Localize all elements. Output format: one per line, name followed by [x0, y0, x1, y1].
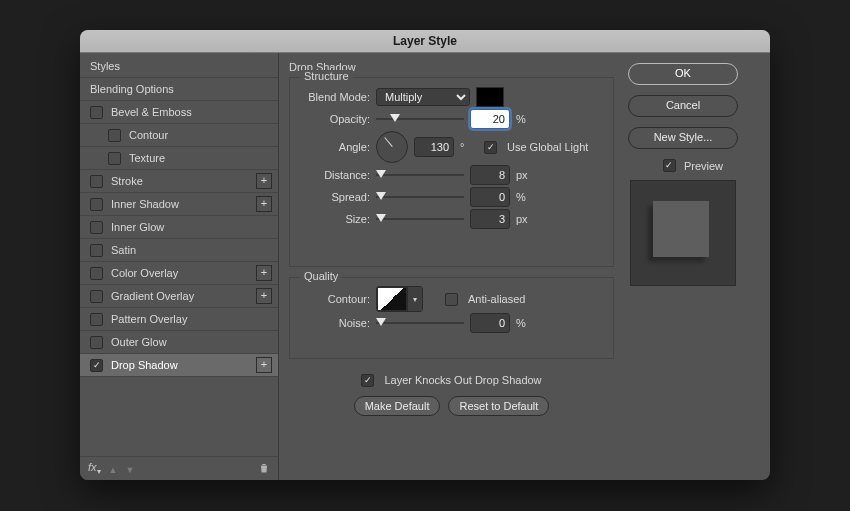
- effect-checkbox[interactable]: [90, 175, 103, 188]
- spread-field[interactable]: 0: [470, 187, 510, 207]
- quality-legend: Quality: [300, 270, 342, 282]
- effect-drop-shadow[interactable]: Drop Shadow +: [80, 354, 278, 377]
- effect-label: Color Overlay: [111, 267, 178, 279]
- effect-contour[interactable]: Contour: [80, 124, 278, 147]
- effect-checkbox[interactable]: [90, 313, 103, 326]
- effect-checkbox[interactable]: [90, 359, 103, 372]
- fx-menu-button[interactable]: fx▾: [88, 461, 101, 476]
- blend-mode-label: Blend Mode:: [300, 91, 370, 103]
- blending-options-row[interactable]: Blending Options: [80, 78, 278, 101]
- effect-checkbox[interactable]: [90, 198, 103, 211]
- antialias-checkbox[interactable]: [445, 293, 458, 306]
- styles-header[interactable]: Styles: [80, 55, 278, 78]
- move-down-button[interactable]: [125, 463, 134, 475]
- noise-unit: %: [516, 317, 534, 329]
- degree-unit: °: [460, 141, 478, 153]
- trash-icon[interactable]: [258, 462, 270, 476]
- size-unit: px: [516, 213, 534, 225]
- effect-outer-glow[interactable]: Outer Glow: [80, 331, 278, 354]
- use-global-light-checkbox[interactable]: [484, 141, 497, 154]
- add-effect-button[interactable]: +: [256, 265, 272, 281]
- noise-label: Noise:: [300, 317, 370, 329]
- angle-field[interactable]: 130: [414, 137, 454, 157]
- effect-checkbox[interactable]: [90, 290, 103, 303]
- effect-checkbox[interactable]: [90, 336, 103, 349]
- preview-checkbox[interactable]: [663, 159, 676, 172]
- move-up-button[interactable]: [109, 463, 118, 475]
- effect-checkbox[interactable]: [90, 267, 103, 280]
- quality-group: Quality Contour: ▾ Anti-aliased Noise: 0…: [289, 277, 614, 359]
- window-title: Layer Style: [80, 30, 770, 53]
- effect-label: Contour: [129, 129, 168, 141]
- blending-options-label: Blending Options: [90, 83, 174, 95]
- distance-label: Distance:: [300, 169, 370, 181]
- effect-checkbox[interactable]: [90, 106, 103, 119]
- effect-bevel-emboss[interactable]: Bevel & Emboss: [80, 101, 278, 124]
- effect-checkbox[interactable]: [90, 221, 103, 234]
- spread-unit: %: [516, 191, 534, 203]
- distance-field[interactable]: 8: [470, 165, 510, 185]
- sidebar-footer: fx▾: [80, 456, 278, 480]
- structure-legend: Structure: [300, 70, 353, 82]
- antialias-label: Anti-aliased: [468, 293, 525, 305]
- effect-inner-glow[interactable]: Inner Glow: [80, 216, 278, 239]
- add-effect-button[interactable]: +: [256, 173, 272, 189]
- opacity-unit: %: [516, 113, 534, 125]
- angle-dial[interactable]: [376, 131, 408, 163]
- effect-label: Texture: [129, 152, 165, 164]
- effect-texture[interactable]: Texture: [80, 147, 278, 170]
- distance-unit: px: [516, 169, 534, 181]
- styles-label: Styles: [90, 60, 120, 72]
- effect-pattern-overlay[interactable]: Pattern Overlay: [80, 308, 278, 331]
- effect-label: Stroke: [111, 175, 143, 187]
- angle-label: Angle:: [300, 141, 370, 153]
- knockout-checkbox[interactable]: [361, 374, 374, 387]
- knockout-label: Layer Knocks Out Drop Shadow: [384, 374, 541, 386]
- ok-button[interactable]: OK: [628, 63, 738, 85]
- distance-slider[interactable]: [376, 167, 464, 183]
- effect-label: Drop Shadow: [111, 359, 178, 371]
- cancel-button[interactable]: Cancel: [628, 95, 738, 117]
- opacity-field[interactable]: 20: [470, 109, 510, 129]
- layer-style-dialog: Layer Style Styles Blending Options Beve…: [80, 30, 770, 480]
- size-label: Size:: [300, 213, 370, 225]
- contour-picker[interactable]: ▾: [376, 286, 423, 312]
- reset-default-button[interactable]: Reset to Default: [448, 396, 549, 416]
- make-default-button[interactable]: Make Default: [354, 396, 441, 416]
- effect-settings-panel: Drop Shadow Structure Blend Mode: Multip…: [279, 53, 624, 480]
- opacity-slider[interactable]: [376, 111, 464, 127]
- size-slider[interactable]: [376, 211, 464, 227]
- effect-label: Gradient Overlay: [111, 290, 194, 302]
- add-effect-button[interactable]: +: [256, 196, 272, 212]
- effect-checkbox[interactable]: [108, 152, 121, 165]
- effect-checkbox[interactable]: [90, 244, 103, 257]
- new-style-button[interactable]: New Style...: [628, 127, 738, 149]
- contour-label: Contour:: [300, 293, 370, 305]
- effect-inner-shadow[interactable]: Inner Shadow +: [80, 193, 278, 216]
- effect-label: Inner Glow: [111, 221, 164, 233]
- use-global-light-label: Use Global Light: [507, 141, 588, 153]
- chevron-down-icon[interactable]: ▾: [407, 287, 422, 311]
- effect-satin[interactable]: Satin: [80, 239, 278, 262]
- effect-stroke[interactable]: Stroke +: [80, 170, 278, 193]
- spread-slider[interactable]: [376, 189, 464, 205]
- noise-field[interactable]: 0: [470, 313, 510, 333]
- structure-group: Structure Blend Mode: Multiply Opacity: …: [289, 77, 614, 267]
- opacity-label: Opacity:: [300, 113, 370, 125]
- noise-slider[interactable]: [376, 315, 464, 331]
- effect-gradient-overlay[interactable]: Gradient Overlay +: [80, 285, 278, 308]
- preview-label: Preview: [684, 160, 723, 172]
- add-effect-button[interactable]: +: [256, 357, 272, 373]
- styles-sidebar: Styles Blending Options Bevel & Emboss C…: [80, 53, 279, 480]
- effect-checkbox[interactable]: [108, 129, 121, 142]
- preview-swatch: [653, 201, 709, 257]
- add-effect-button[interactable]: +: [256, 288, 272, 304]
- effect-label: Bevel & Emboss: [111, 106, 192, 118]
- blend-mode-select[interactable]: Multiply: [376, 88, 470, 106]
- spread-label: Spread:: [300, 191, 370, 203]
- size-field[interactable]: 3: [470, 209, 510, 229]
- effect-color-overlay[interactable]: Color Overlay +: [80, 262, 278, 285]
- effect-label: Inner Shadow: [111, 198, 179, 210]
- contour-swatch-icon: [377, 287, 407, 311]
- shadow-color-swatch[interactable]: [476, 87, 504, 107]
